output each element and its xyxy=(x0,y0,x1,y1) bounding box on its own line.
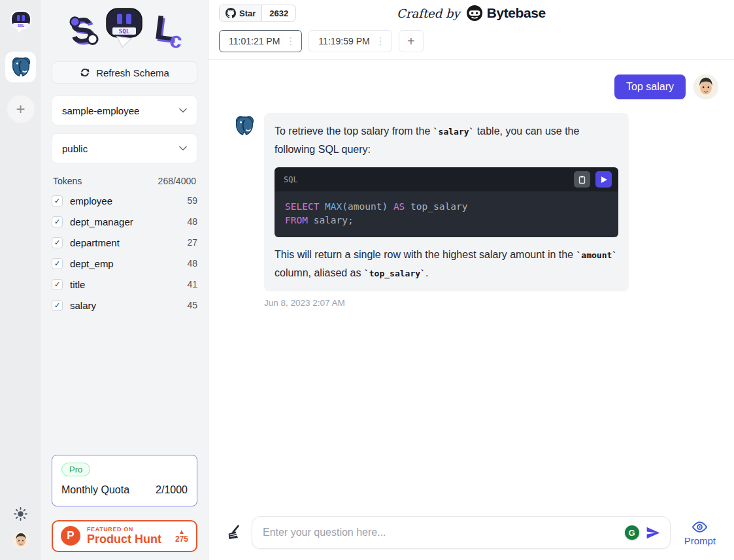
table-name: employee xyxy=(70,195,112,206)
table-row-dept-manager[interactable]: ✓ dept_manager 48 xyxy=(52,211,197,232)
table-row-employee[interactable]: ✓ employee 59 xyxy=(52,190,197,211)
sqlchat-bot-avatar[interactable]: SQL xyxy=(8,8,34,35)
table-row-department[interactable]: ✓ department 27 xyxy=(52,232,197,253)
postgresql-elephant-icon xyxy=(10,56,32,78)
pro-plan-badge: Pro xyxy=(61,463,90,476)
table-checkbox[interactable]: ✓ xyxy=(52,216,63,227)
table-row-dept-emp[interactable]: ✓ dept_emp 48 xyxy=(52,253,197,274)
table-checkbox[interactable]: ✓ xyxy=(52,279,63,290)
inline-code-amount: `amount` xyxy=(576,250,618,260)
assistant-avatar xyxy=(233,115,256,137)
user-message-bubble: Top salary xyxy=(614,74,686,99)
question-input-box: G xyxy=(252,516,671,549)
message-timestamp: Jun 8, 2023 2:07 AM xyxy=(264,298,718,308)
tokens-label: Tokens xyxy=(53,176,82,186)
table-token-count: 48 xyxy=(187,258,197,269)
user-message-row: Top salary xyxy=(233,74,718,99)
table-checkbox[interactable]: ✓ xyxy=(52,258,63,269)
schema-select[interactable]: public xyxy=(52,133,197,163)
crafted-by-text: Crafted by xyxy=(397,7,460,20)
chat-main: Star 2632 Crafted by Bytebase 11:01:21 P… xyxy=(209,0,734,560)
user-avatar-small[interactable] xyxy=(12,531,30,550)
conversation-tab[interactable]: 11:19:59 PM ⋮ xyxy=(309,30,392,52)
star-left-segment: Star xyxy=(220,5,262,21)
tokens-header: Tokens 268/4000 xyxy=(53,176,196,186)
intro-text: To retrieve the top salary from the xyxy=(275,125,433,137)
sqlchat-logo-art: S S SQL L L c xyxy=(61,6,189,54)
inline-code-salary: `salary` xyxy=(433,127,475,137)
star-label: Star xyxy=(239,8,256,18)
run-query-button[interactable] xyxy=(595,171,612,188)
table-name: title xyxy=(70,279,85,290)
copy-code-button[interactable] xyxy=(574,171,590,188)
sql-function: MAX xyxy=(325,201,342,212)
assistant-paragraph-outro: This will return a single row with the h… xyxy=(275,246,618,282)
eye-icon xyxy=(692,519,708,535)
table-token-count: 48 xyxy=(187,216,197,227)
product-hunt-badge[interactable]: P FEATURED ON Product Hunt ▲ 275 xyxy=(52,520,197,552)
robot-head-icon: SQL xyxy=(8,8,34,35)
sql-keyword: SELECT xyxy=(285,201,325,212)
table-checkbox[interactable]: ✓ xyxy=(52,237,63,248)
star-count: 2632 xyxy=(262,5,295,21)
github-star-button[interactable]: Star 2632 xyxy=(219,5,296,22)
sqlchat-logo: S S SQL L L c xyxy=(52,4,197,56)
assistant-message-bubble: To retrieve the top salary from the `sal… xyxy=(264,113,629,291)
sql-text: salary; xyxy=(308,215,354,225)
refresh-schema-button[interactable]: Refresh Schema xyxy=(52,61,197,84)
product-hunt-votes: ▲ 275 xyxy=(175,528,188,544)
clipboard-icon xyxy=(578,175,586,184)
outro-text-end: . xyxy=(425,267,428,278)
theme-sun-icon[interactable] xyxy=(14,507,27,521)
clear-conversation-button[interactable] xyxy=(225,524,243,542)
grammarly-icon[interactable]: G xyxy=(625,525,639,540)
rail-bottom-group xyxy=(12,507,30,550)
send-button[interactable] xyxy=(645,525,661,541)
svg-text:SQL: SQL xyxy=(18,24,25,27)
tab-menu-icon[interactable]: ⋮ xyxy=(376,35,386,47)
bytebase-logo-icon xyxy=(466,5,483,22)
table-name: dept_emp xyxy=(70,258,114,269)
crafted-by: Crafted by Bytebase xyxy=(397,5,546,22)
conversation-tabbar: 11:01:21 PM ⋮ 11:19:59 PM ⋮ + xyxy=(209,26,734,59)
quota-card: Pro Monthly Quota 2/1000 xyxy=(52,455,197,506)
table-row-salary[interactable]: ✓ salary 45 xyxy=(52,295,197,316)
add-connection-button[interactable]: + xyxy=(7,95,35,123)
user-avatar xyxy=(693,74,718,99)
tab-menu-icon[interactable]: ⋮ xyxy=(286,35,295,47)
database-select[interactable]: sample-employee xyxy=(52,95,197,125)
table-token-count: 59 xyxy=(187,195,197,206)
prompt-label: Prompt xyxy=(684,535,716,546)
sql-text: (amount) xyxy=(342,201,393,212)
product-hunt-tagline: FEATURED ON xyxy=(87,526,161,533)
table-name: department xyxy=(70,237,120,248)
new-conversation-button[interactable]: + xyxy=(399,30,424,52)
main-header: Star 2632 Crafted by Bytebase xyxy=(209,0,734,26)
product-hunt-text: FEATURED ON Product Hunt xyxy=(87,526,161,546)
refresh-icon xyxy=(80,67,90,78)
table-token-count: 45 xyxy=(187,300,197,310)
table-checkbox[interactable]: ✓ xyxy=(52,195,63,206)
bytebase-brand-name: Bytebase xyxy=(487,5,546,21)
table-token-count: 41 xyxy=(187,279,197,289)
conversation-tab-active[interactable]: 11:01:21 PM ⋮ xyxy=(219,30,302,52)
prompt-button[interactable]: Prompt xyxy=(679,519,725,546)
table-row-title[interactable]: ✓ title 41 xyxy=(52,274,197,295)
code-block-header: SQL xyxy=(275,167,618,191)
assistant-message-row: To retrieve the top salary from the `sal… xyxy=(233,113,718,291)
table-name: salary xyxy=(70,300,96,311)
tokens-usage: 268/4000 xyxy=(158,176,196,186)
bytebase-brand[interactable]: Bytebase xyxy=(466,5,546,22)
refresh-schema-label: Refresh Schema xyxy=(96,67,169,78)
connection-postgres-selected[interactable] xyxy=(5,52,36,82)
tab-label: 11:01:21 PM xyxy=(229,36,280,46)
github-icon xyxy=(225,8,236,18)
outro-text: This will return a single row with the h… xyxy=(275,249,576,260)
product-hunt-name: Product Hunt xyxy=(87,533,161,546)
table-checkbox[interactable]: ✓ xyxy=(52,300,63,311)
question-input[interactable] xyxy=(263,527,625,538)
sql-text: top_salary xyxy=(405,201,467,212)
code-language-label: SQL xyxy=(284,175,298,184)
chat-messages-area: Top salary xyxy=(209,60,734,507)
broom-icon xyxy=(225,524,243,542)
